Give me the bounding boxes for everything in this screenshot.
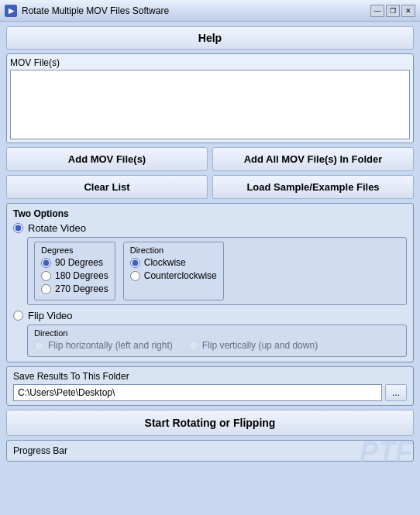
clockwise-radio[interactable] (130, 258, 140, 268)
browse-button[interactable]: ... (385, 384, 407, 401)
save-results-group: Save Results To This Folder ... (6, 366, 414, 406)
clear-list-button[interactable]: Clear List (6, 175, 208, 199)
restore-button[interactable]: ❐ (386, 5, 400, 17)
save-path-input[interactable] (13, 384, 382, 401)
flip-vertical-radio[interactable] (188, 341, 198, 351)
counterclockwise-row: Counterclockwise (130, 270, 217, 281)
flip-vertical-row: Flip vertically (up and down) (188, 340, 318, 351)
direction-legend: Direction (130, 245, 217, 255)
file-list-box[interactable] (10, 70, 410, 139)
degrees-90-label[interactable]: 90 Degrees (55, 257, 103, 268)
degrees-legend: Degrees (41, 245, 108, 255)
save-results-legend: Save Results To This Folder (13, 371, 407, 382)
rotation-group: Degrees 90 Degrees 180 Degrees 270 Degre… (27, 237, 407, 305)
clear-load-buttons-row: Clear List Load Sample/Example Files (6, 175, 414, 199)
clockwise-row: Clockwise (130, 257, 217, 268)
direction-group: Direction Clockwise Counterclockwise (123, 242, 224, 300)
flip-vertical-label[interactable]: Flip vertically (up and down) (202, 340, 318, 351)
load-sample-button[interactable]: Load Sample/Example Files (212, 175, 414, 199)
minimize-button[interactable]: — (370, 5, 384, 17)
save-path-row: ... (13, 384, 407, 401)
clockwise-label[interactable]: Clockwise (144, 257, 186, 268)
rotate-video-row: Rotate Video (13, 222, 407, 234)
help-button[interactable]: Help (6, 26, 414, 50)
file-list-label: MOV File(s) (10, 57, 410, 68)
rotate-video-label[interactable]: Rotate Video (28, 222, 86, 234)
add-buttons-row: Add MOV File(s) Add All MOV File(s) In F… (6, 147, 414, 171)
main-content: Help MOV File(s) Add MOV File(s) Add All… (0, 22, 420, 466)
flip-horizontal-radio[interactable] (34, 341, 44, 351)
start-button[interactable]: Start Rotating or Flipping (6, 410, 414, 436)
degrees-270-radio[interactable] (41, 284, 51, 294)
degrees-90-row: 90 Degrees (41, 257, 108, 268)
add-folder-button[interactable]: Add All MOV File(s) In Folder (212, 147, 414, 171)
title-bar: ▶ Rotate Multiple MOV Files Software — ❐… (0, 0, 420, 22)
add-files-button[interactable]: Add MOV File(s) (6, 147, 208, 171)
progress-bar-label: Progress Bar (13, 445, 67, 456)
flip-direction-legend: Direction (34, 328, 400, 338)
flip-direction-group: Direction Flip horizontally (left and ri… (27, 324, 407, 357)
flip-video-row: Flip Video (13, 310, 407, 321)
degrees-180-label[interactable]: 180 Degrees (55, 270, 108, 281)
counterclockwise-label[interactable]: Counterclockwise (144, 270, 217, 281)
rotate-video-radio[interactable] (13, 223, 23, 233)
counterclockwise-radio[interactable] (130, 271, 140, 281)
file-list-group: MOV File(s) (6, 53, 414, 143)
degrees-180-radio[interactable] (41, 271, 51, 281)
degrees-group: Degrees 90 Degrees 180 Degrees 270 Degre… (34, 242, 115, 300)
app-icon: ▶ (5, 5, 17, 17)
flip-video-radio[interactable] (13, 311, 23, 321)
degrees-270-row: 270 Degrees (41, 283, 108, 294)
window-controls: — ❐ ✕ (370, 5, 415, 17)
close-button[interactable]: ✕ (401, 5, 415, 17)
progress-bar-group: Progress Bar (6, 440, 414, 462)
flip-video-label[interactable]: Flip Video (28, 310, 73, 321)
two-options-legend: Two Options (13, 208, 407, 219)
flip-horizontal-row: Flip horizontally (left and right) (34, 340, 173, 351)
flip-options-row: Flip horizontally (left and right) Flip … (34, 340, 400, 353)
degrees-270-label[interactable]: 270 Degrees (55, 283, 108, 294)
flip-horizontal-label[interactable]: Flip horizontally (left and right) (48, 340, 173, 351)
two-options-group: Two Options Rotate Video Degrees 90 Degr… (6, 203, 414, 362)
title-bar-text: Rotate Multiple MOV Files Software (22, 5, 370, 16)
degrees-90-radio[interactable] (41, 258, 51, 268)
degrees-180-row: 180 Degrees (41, 270, 108, 281)
